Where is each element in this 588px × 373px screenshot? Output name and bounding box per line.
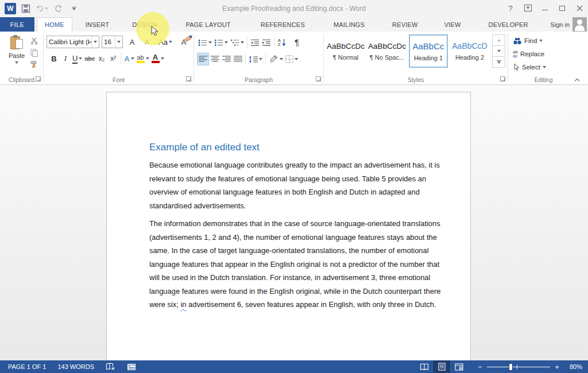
paragraph2-line[interactable]: same. In the case of target language-ori…	[149, 244, 434, 258]
paragraph1-line[interactable]: relevant to study the features of emotio…	[149, 172, 434, 186]
style-heading2[interactable]: AaBbCcD Heading 2	[450, 34, 489, 68]
font-dialog-launcher[interactable]	[186, 76, 192, 82]
font-name-dropdown-icon[interactable]	[91, 36, 99, 48]
tab-home[interactable]: HOME	[37, 17, 72, 32]
word-app-icon[interactable]: W	[5, 3, 16, 14]
save-icon[interactable]	[20, 3, 32, 14]
customize-qat-icon[interactable]	[68, 3, 80, 14]
read-mode-view-icon[interactable]	[416, 360, 433, 373]
zoom-slider[interactable]	[487, 363, 550, 371]
copy-icon[interactable]	[29, 48, 39, 57]
ribbon-tab-row: FILE HOME INSERT DESIGN PAGE LAYOUT REFE…	[0, 17, 588, 32]
tab-insert[interactable]: INSERT	[78, 17, 117, 32]
replace-button[interactable]: ab ac Replace	[513, 48, 544, 60]
show-hide-pilcrow-button[interactable]: ¶	[291, 36, 303, 49]
tab-view[interactable]: VIEW	[437, 17, 469, 32]
styles-gallery-more-icon[interactable]	[493, 57, 505, 67]
align-left-button[interactable]	[197, 53, 209, 65]
tab-review[interactable]: REVIEW	[385, 17, 425, 32]
numbering-button[interactable]	[213, 36, 229, 49]
paragraph-dialog-launcher[interactable]	[316, 76, 322, 82]
zoom-slider-thumb[interactable]	[509, 363, 513, 371]
superscript-button[interactable]: x²	[107, 52, 119, 65]
select-button[interactable]: Select	[513, 61, 546, 73]
paragraph-group-label: Paragraph	[194, 76, 323, 83]
tab-file[interactable]: FILE	[0, 17, 34, 32]
zoom-level[interactable]: 80%	[562, 363, 582, 370]
paragraph2-line[interactable]: (advertisements 1, 2 and 4), the number …	[149, 231, 434, 244]
italic-button[interactable]: I	[60, 52, 71, 65]
paragraph2-line[interactable]: language features were found in the Engl…	[149, 285, 434, 298]
zoom-in-icon[interactable]: +	[552, 363, 562, 371]
style-normal[interactable]: AaBbCcDc ¶ Normal	[326, 34, 365, 68]
clear-formatting-button[interactable]: A	[178, 36, 189, 48]
multilevel-list-button[interactable]	[229, 36, 245, 49]
style-no-spacing[interactable]: AaBbCcDc ¶ No Spac...	[368, 34, 407, 68]
grow-font-button[interactable]: A	[126, 36, 138, 48]
print-layout-view-icon[interactable]	[433, 360, 450, 373]
minimize-icon[interactable]	[536, 0, 554, 16]
tab-references[interactable]: REFERENCES	[253, 17, 312, 32]
find-button[interactable]: Find	[513, 35, 543, 46]
tab-developer[interactable]: DEVELOPER	[481, 17, 536, 32]
shading-button[interactable]	[268, 53, 284, 65]
font-name-combo[interactable]: Calibri Light (H	[47, 36, 99, 48]
paragraph1-line[interactable]: overview of emotional language features …	[149, 185, 434, 199]
font-name-value: Calibri Light (H	[47, 38, 91, 45]
macro-recording-icon[interactable]	[123, 360, 140, 373]
close-icon[interactable]	[571, 0, 588, 16]
increase-indent-button[interactable]	[261, 36, 272, 49]
subscript-button[interactable]: x₂	[96, 52, 107, 65]
zoom-out-icon[interactable]: −	[475, 363, 485, 371]
undo-icon[interactable]	[36, 3, 48, 14]
sign-in-link[interactable]: Sign in	[550, 17, 570, 32]
justify-button[interactable]	[232, 53, 243, 65]
ribbon-display-options-icon[interactable]	[519, 0, 536, 16]
style-heading1[interactable]: AaBbCc Heading 1	[409, 34, 448, 68]
bold-button[interactable]: B	[48, 52, 60, 65]
underline-button[interactable]: U	[71, 52, 83, 65]
styles-dialog-launcher[interactable]	[500, 76, 506, 82]
sort-button[interactable]: AZ	[276, 36, 288, 49]
maximize-icon[interactable]	[554, 0, 571, 16]
font-size-combo[interactable]: 16	[102, 36, 123, 48]
cut-icon[interactable]	[29, 36, 39, 45]
paste-button[interactable]: Paste	[5, 35, 29, 80]
highlight-color-button[interactable]: ab	[136, 52, 150, 65]
paragraph1-line[interactable]: standardised advertisements.	[149, 199, 434, 213]
text-effects-button[interactable]: A	[123, 52, 135, 65]
redo-icon[interactable]	[52, 3, 64, 14]
user-avatar-icon[interactable]	[572, 17, 587, 32]
styles-scroll-up-icon[interactable]	[493, 35, 505, 46]
tab-page-layout[interactable]: PAGE LAYOUT	[179, 17, 238, 32]
replace-icon: ab ac	[513, 50, 518, 58]
help-icon[interactable]: ?	[502, 0, 519, 16]
paragraph1-line[interactable]: Because emotional language contributes g…	[149, 158, 434, 172]
borders-button[interactable]	[284, 53, 299, 65]
word-count[interactable]: 143 WORDS	[54, 360, 98, 373]
document-area[interactable]: Example of an edited text Because emotio…	[0, 86, 588, 360]
clipboard-dialog-launcher[interactable]	[36, 76, 41, 82]
decrease-indent-button[interactable]	[249, 36, 261, 49]
document-content[interactable]: Example of an edited text Because emotio…	[149, 142, 434, 312]
align-center-button[interactable]	[209, 53, 220, 65]
tab-mailings[interactable]: MAILINGS	[326, 17, 372, 32]
paragraph2-line[interactable]: The information demonstrates that in the…	[149, 217, 434, 231]
paragraph2-last-line[interactable]: were six; in advertisement 6, seven feat…	[149, 298, 434, 312]
line-spacing-button[interactable]	[247, 53, 264, 65]
format-painter-icon[interactable]	[29, 60, 39, 69]
strikethrough-button[interactable]: abc	[83, 52, 96, 65]
paragraph2-line[interactable]: language features that appear in the Eng…	[149, 258, 434, 271]
bullets-button[interactable]	[197, 36, 213, 49]
paragraph2-line[interactable]: will be used in the Dutch translation. F…	[149, 271, 434, 285]
styles-scroll-down-icon[interactable]	[493, 46, 505, 57]
document-page[interactable]: Example of an edited text Because emotio…	[106, 92, 471, 360]
document-heading[interactable]: Example of an edited text	[149, 142, 434, 153]
web-layout-view-icon[interactable]	[450, 360, 467, 373]
font-size-dropdown-icon[interactable]	[115, 36, 122, 48]
align-right-button[interactable]	[220, 53, 232, 65]
collapse-ribbon-icon[interactable]	[574, 76, 580, 81]
proofing-status-icon[interactable]	[102, 360, 119, 373]
font-color-button[interactable]: A	[150, 52, 165, 65]
page-indicator[interactable]: PAGE 1 OF 1	[5, 360, 49, 373]
